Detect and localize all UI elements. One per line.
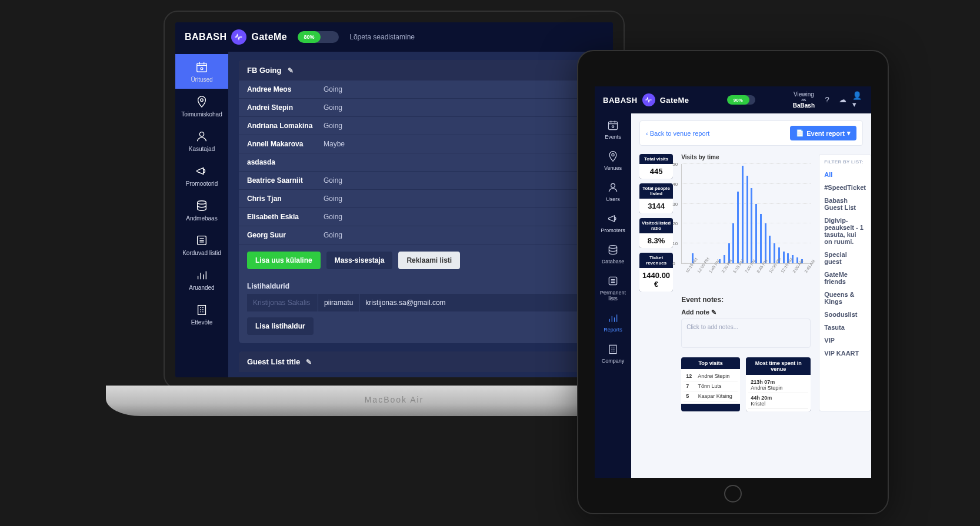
- guest-name: Elisabeth Eskla: [247, 213, 324, 221]
- setup-progress[interactable]: 90%: [727, 95, 755, 105]
- filter-item[interactable]: Special guest: [824, 248, 866, 268]
- filter-item[interactable]: Babash Guest List: [824, 194, 866, 214]
- guest-name: Andree Meos: [247, 85, 324, 93]
- bulk-entry-button[interactable]: Mass-sisestaja: [326, 252, 393, 269]
- guest-list-panel: Guest List title ✎: [239, 351, 602, 372]
- sidebar-item-reports[interactable]: Reports: [595, 306, 631, 337]
- sidebar-item-company[interactable]: Company: [595, 337, 631, 368]
- sidebar-item-üritused[interactable]: Üritused: [175, 54, 228, 89]
- guest-row[interactable]: Andrei StepinGoing: [239, 99, 602, 117]
- guest-status: Going: [324, 103, 342, 112]
- edit-icon[interactable]: ✎: [306, 358, 312, 366]
- sidebar-item-korduvad-listid[interactable]: Korduvad listid: [175, 227, 228, 262]
- chart-column: Visits by time 01020304050 10:15 AM12:00…: [681, 154, 811, 411]
- list-icon: [606, 274, 620, 288]
- back-link[interactable]: ‹ Back to venue report: [646, 130, 709, 137]
- user-icon: [195, 129, 209, 143]
- stats-column: Total visits445Total people listed3144Vi…: [639, 154, 673, 411]
- stat-card: Total visits445: [639, 154, 673, 179]
- sidebar-item-aruanded[interactable]: Aruanded: [175, 262, 228, 297]
- sidebar-item-permanent-lists[interactable]: Permanent lists: [595, 269, 631, 306]
- notes-heading: Event notes:: [681, 296, 811, 304]
- sidebar-item-users[interactable]: Users: [595, 176, 631, 207]
- filter-item[interactable]: Tasuta: [824, 321, 866, 334]
- database-icon: [195, 199, 209, 213]
- guest-row[interactable]: Andriana LomakinaGoing: [239, 117, 602, 135]
- manager-row: piiramatu kristijonas.sa@gmail.com: [247, 294, 594, 311]
- brand-icon: [231, 29, 246, 45]
- doc-icon: 📄: [796, 129, 804, 137]
- guest-name: Georg Suur: [247, 231, 324, 239]
- guest-name: Chris Tjan: [247, 195, 324, 203]
- event-report-button[interactable]: 📄 Event report ▾: [790, 126, 856, 140]
- svg-point-4: [198, 201, 206, 205]
- note-input[interactable]: Click to add notes...: [681, 319, 811, 348]
- guest-row[interactable]: Elisabeth EsklaGoing: [239, 208, 602, 226]
- guest-name: Andriana Lomakina: [247, 122, 324, 130]
- guest-row[interactable]: Beatrice SaarniitGoing: [239, 172, 602, 190]
- guest-row[interactable]: Anneli MakarovaMaybe: [239, 135, 602, 153]
- top-visits-card: Top visits 12 Andrei Stepin7 Tõnn Luts5 …: [681, 357, 740, 411]
- sidebar-item-database[interactable]: Database: [595, 238, 631, 269]
- brand-icon: [642, 93, 655, 106]
- sidebar: ÜritusedToimumiskohadKasutajadPromootori…: [175, 52, 228, 377]
- add-note-label[interactable]: Add note ✎: [681, 309, 811, 316]
- chart-bar: [737, 192, 739, 263]
- add-guest-button[interactable]: Lisa uus külaline: [247, 252, 321, 269]
- user-icon: [606, 180, 620, 195]
- sidebar-item-kasutajad[interactable]: Kasutajad: [175, 123, 228, 158]
- user-menu-icon[interactable]: 👤▾: [852, 95, 863, 105]
- filter-item[interactable]: #SpeedTicket: [824, 181, 866, 194]
- svg-rect-6: [198, 306, 206, 315]
- visits-chart: 01020304050: [681, 164, 811, 264]
- manager-name-input[interactable]: [247, 294, 318, 311]
- setup-progress[interactable]: 80%: [298, 31, 339, 43]
- guest-status: Going: [324, 195, 342, 203]
- chart-bar: [742, 166, 744, 263]
- sidebar-item-promoters[interactable]: Promoters: [595, 207, 631, 238]
- finish-setup-link[interactable]: Lõpeta seadistamine: [349, 33, 415, 41]
- guest-row[interactable]: Chris TjanGoing: [239, 190, 602, 208]
- edit-icon[interactable]: ✎: [288, 66, 294, 75]
- sidebar-item-promootorid[interactable]: Promootorid: [175, 158, 228, 193]
- guest-status: Going: [324, 231, 342, 239]
- add-manager-button[interactable]: Lisa listihaldur: [247, 317, 314, 335]
- brand-text-1: BABASH: [185, 32, 226, 42]
- guest-name: Anneli Makarova: [247, 140, 324, 148]
- guest-name: Andrei Stepin: [247, 103, 324, 112]
- sidebar-item-events[interactable]: Events: [595, 113, 631, 145]
- guest-name: Beatrice Saarniit: [247, 176, 324, 185]
- guest-row[interactable]: Andree MeosGoing: [239, 81, 602, 99]
- sidebar-item-andmebaas[interactable]: Andmebaas: [175, 193, 228, 227]
- filter-item[interactable]: Queens & Kings: [824, 288, 866, 308]
- sidebar-item-ettevõte[interactable]: Ettevõte: [175, 297, 228, 331]
- filter-item[interactable]: Sooduslist: [824, 308, 866, 321]
- filter-heading: FILTER BY LIST:: [824, 159, 866, 165]
- tablet-sidebar: EventsVenuesUsersPromotersDatabasePerman…: [595, 113, 631, 478]
- chart-bar: [783, 252, 785, 263]
- chart-bar: [765, 223, 766, 263]
- svg-rect-13: [609, 345, 616, 353]
- app-header: BABASH GateMe 80% Lõpeta seadistamine: [175, 22, 613, 52]
- guest-row[interactable]: Georg SuurGoing: [239, 226, 602, 244]
- filter-panel: FILTER BY LIST: All#SpeedTicketBabash Gu…: [819, 154, 871, 411]
- filter-item[interactable]: All: [824, 168, 866, 181]
- filter-item[interactable]: VIP: [824, 334, 866, 347]
- filter-item[interactable]: GateMe friends: [824, 268, 866, 288]
- sidebar-item-venues[interactable]: Venues: [595, 145, 631, 176]
- sidebar-item-toimumiskohad[interactable]: Toimumiskohad: [175, 89, 228, 123]
- guest-row[interactable]: asdasda: [239, 153, 602, 172]
- svg-point-10: [611, 183, 615, 187]
- filter-item[interactable]: Digivip-peaukselt - 1 tasuta, kui on ruu…: [824, 214, 866, 248]
- edit-icon: ✎: [711, 309, 716, 316]
- filter-item[interactable]: VIP KAART: [824, 347, 866, 360]
- svg-point-9: [612, 153, 614, 156]
- promote-list-button[interactable]: Reklaami listi: [398, 252, 460, 269]
- stat-card: Total people listed3144: [639, 183, 673, 213]
- cloud-icon[interactable]: ☁: [837, 95, 848, 105]
- chart-bar: [760, 214, 762, 264]
- help-icon[interactable]: ?: [822, 95, 832, 105]
- chart-title: Visits by time: [681, 154, 811, 160]
- home-button[interactable]: [724, 485, 742, 502]
- most-time-card: Most time spent in venue 213h 07mAndrei …: [746, 357, 811, 411]
